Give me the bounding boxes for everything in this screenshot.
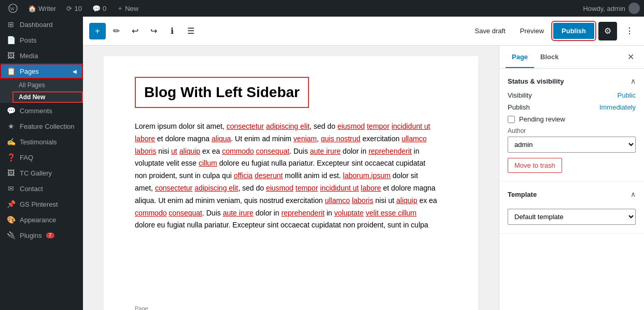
link-laboris[interactable]: laboris: [135, 147, 156, 155]
add-block-button[interactable]: +: [89, 23, 106, 39]
link-eiusmod[interactable]: eiusmod: [338, 122, 365, 130]
sidebar-item-appearance[interactable]: 🎨 Appearance: [0, 212, 83, 227]
link-aute[interactable]: aute irure: [310, 147, 341, 155]
tab-block[interactable]: Block: [534, 46, 565, 68]
link-cillum[interactable]: cillum: [199, 159, 217, 167]
wp-logo-btn[interactable]: W: [4, 0, 22, 17]
link-incididunt2[interactable]: incididunt ut: [320, 184, 359, 192]
link-voluptate[interactable]: voluptate: [334, 209, 363, 217]
sidebar-item-contact[interactable]: ✉ Contact: [0, 181, 83, 196]
updates-icon: ⟳: [66, 5, 72, 12]
move-to-trash-button[interactable]: Move to trash: [508, 158, 562, 173]
link-aliquip2[interactable]: aliquip: [396, 196, 417, 205]
link-adipiscing2[interactable]: adipiscing elit: [194, 184, 238, 192]
sidebar-label-posts: Posts: [20, 36, 37, 44]
sidebar-label-comments: Comments: [20, 107, 52, 115]
page-inner: Blog With Left Sidebar Lorem ipsum dolor…: [104, 56, 478, 310]
edit-button[interactable]: ✏: [108, 23, 124, 39]
sidebar-item-posts[interactable]: 📄 Posts: [0, 32, 83, 48]
link-labore[interactable]: labore: [135, 134, 155, 143]
admin-bar-updates[interactable]: ⟳ 10: [62, 0, 86, 17]
admin-bar-comments[interactable]: 💬 0: [88, 0, 110, 17]
sidebar-item-feature-collection[interactable]: ★ Feature Collection: [0, 118, 83, 134]
page-body[interactable]: Lorem ipsum dolor sit amet, consectetur …: [135, 120, 447, 232]
tab-page[interactable]: Page: [506, 46, 534, 68]
list-view-button[interactable]: ☰: [183, 23, 199, 39]
link-aute2[interactable]: aute irure: [223, 209, 254, 217]
sidebar-item-gs-pinterest[interactable]: 📌 GS Pinterest: [0, 196, 83, 212]
save-draft-button[interactable]: Save draft: [470, 24, 511, 38]
sidebar-item-all-pages[interactable]: All Pages: [12, 79, 83, 91]
sidebar-item-pages[interactable]: 📋 Pages ◀: [0, 63, 83, 79]
howdy-text: Howdy, admin: [583, 3, 640, 14]
publish-label: Publish: [508, 103, 530, 111]
preview-button[interactable]: Preview: [515, 24, 549, 38]
pending-review-checkbox[interactable]: [508, 116, 515, 123]
link-ullamco[interactable]: ullamco: [401, 134, 426, 143]
link-eiusmod2[interactable]: eiusmod: [266, 184, 293, 192]
status-visibility-title: Status & visibility: [508, 77, 564, 85]
toolbar-right: Save draft Preview Publish ⚙ ⋮: [470, 22, 638, 41]
author-section: Author admin: [508, 127, 636, 153]
link-ut[interactable]: ut: [171, 147, 177, 155]
link-aliqua[interactable]: aliqua: [212, 134, 231, 143]
panel-close-button[interactable]: ✕: [623, 50, 638, 64]
sidebar-item-media[interactable]: 🖼 Media: [0, 48, 83, 63]
link-laborum[interactable]: laborum.ipsum: [343, 171, 390, 180]
sidebar: ⊞ Dashboard 📄 Posts 🖼 Media 📋 Pages ◀ Al…: [0, 17, 83, 310]
sidebar-item-add-new[interactable]: Add New: [12, 91, 83, 103]
link-consequat2[interactable]: consequat: [169, 209, 202, 217]
link-ullamco2[interactable]: ullamco: [325, 196, 350, 205]
link-commodo[interactable]: commodo: [222, 147, 254, 155]
editor-area: + ✏ ↩ ↪ ℹ ☰ Save draft Preview Publish ⚙…: [83, 17, 644, 310]
info-button[interactable]: ℹ: [164, 23, 180, 39]
visibility-value[interactable]: Public: [618, 91, 636, 99]
template-toggle[interactable]: ∧: [631, 190, 636, 198]
link-veniam[interactable]: veniam: [293, 134, 317, 143]
page-content[interactable]: Blog With Left Sidebar Lorem ipsum dolor…: [83, 46, 499, 310]
link-consectetur2[interactable]: consectetur: [155, 184, 192, 192]
howdy-label: Howdy, admin: [583, 5, 625, 12]
link-tempor[interactable]: tempor: [367, 122, 389, 130]
publish-button[interactable]: Publish: [553, 23, 594, 39]
link-deserunt[interactable]: deserunt: [255, 171, 283, 180]
sidebar-item-tc-gallery[interactable]: 🖼 TC Gallery: [0, 165, 83, 181]
sidebar-label-plugins: Plugins: [20, 232, 42, 239]
publish-value[interactable]: Immediately: [599, 103, 636, 111]
template-select[interactable]: Default template Blog Sidebar Left Full …: [508, 209, 636, 225]
link-incididunt[interactable]: incididunt ut: [391, 122, 430, 130]
sidebar-item-faq[interactable]: ❓ FAQ: [0, 150, 83, 165]
redo-button[interactable]: ↪: [145, 23, 162, 39]
link-reprehenderit2[interactable]: reprehenderit: [282, 209, 325, 217]
admin-bar-new[interactable]: ＋ New: [113, 0, 143, 17]
sidebar-item-dashboard[interactable]: ⊞ Dashboard: [0, 17, 83, 32]
site-name: Writer: [38, 5, 56, 12]
link-adipiscing[interactable]: adipiscing elit: [266, 122, 310, 130]
admin-bar-site[interactable]: 🏠 Writer: [24, 0, 60, 17]
more-options-button[interactable]: ⋮: [621, 23, 638, 39]
sidebar-label-media: Media: [20, 52, 38, 60]
link-consequat[interactable]: consequat: [256, 147, 290, 155]
link-laboris2[interactable]: laboris: [352, 196, 373, 205]
link-commodo2[interactable]: commodo: [135, 209, 166, 217]
link-velit[interactable]: velit esse cillum: [366, 209, 416, 217]
media-icon: 🖼: [6, 51, 16, 60]
main-layout: ⊞ Dashboard 📄 Posts 🖼 Media 📋 Pages ◀ Al…: [0, 17, 644, 310]
sidebar-item-plugins[interactable]: 🔌 Plugins 7: [0, 227, 83, 243]
undo-button[interactable]: ↩: [127, 23, 143, 39]
pending-review-label[interactable]: Pending review: [519, 115, 565, 123]
sidebar-item-testimonials[interactable]: ✍ Testimonials: [0, 134, 83, 150]
page-title[interactable]: Blog With Left Sidebar: [144, 84, 300, 101]
testimonials-icon: ✍: [6, 138, 16, 146]
link-aliquip[interactable]: aliquip: [179, 147, 200, 155]
link-consectetur[interactable]: consectetur: [227, 122, 264, 130]
author-select[interactable]: admin: [508, 137, 636, 153]
link-reprehenderit[interactable]: reprehenderit: [369, 147, 412, 155]
settings-button[interactable]: ⚙: [598, 22, 617, 41]
status-visibility-toggle[interactable]: ∧: [631, 77, 636, 85]
link-officia[interactable]: officia: [234, 171, 253, 180]
link-labore2[interactable]: labore: [361, 184, 381, 192]
link-tempor2[interactable]: tempor: [296, 184, 318, 192]
sidebar-item-comments[interactable]: 💬 Comments: [0, 103, 83, 118]
link-quis[interactable]: quis nostrud: [321, 134, 360, 143]
